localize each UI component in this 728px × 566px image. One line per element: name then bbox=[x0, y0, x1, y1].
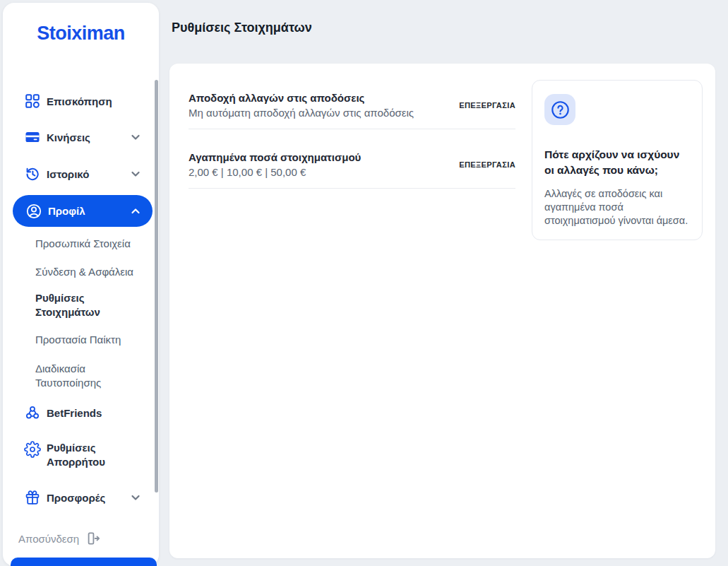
chevron-up-icon bbox=[130, 206, 141, 217]
gift-icon bbox=[24, 489, 41, 506]
question-mark-icon bbox=[551, 100, 570, 119]
chevron-down-icon bbox=[130, 492, 141, 503]
history-icon bbox=[24, 165, 41, 182]
help-card-body: Αλλαγές σε αποδόσεις και αγαπημένα ποσά … bbox=[544, 187, 690, 228]
sidebar-item-betfriends[interactable]: BetFriends bbox=[3, 403, 159, 423]
grid-icon bbox=[24, 93, 41, 110]
setting-subtitle: Μη αυτόματη αποδοχή αλλαγών στις αποδόσε… bbox=[189, 106, 459, 119]
sidebar-subitem-verification[interactable]: Διαδικασία Ταυτοποίησης bbox=[35, 362, 144, 390]
sidebar-bottom-banner bbox=[11, 558, 157, 566]
sidebar-item-profile[interactable]: Προφίλ bbox=[13, 195, 153, 227]
settings-list: Αποδοχή αλλαγών στις αποδόσεις Μη αυτόμα… bbox=[189, 70, 515, 189]
logout-label: Αποσύνδεση bbox=[18, 533, 79, 545]
betfriends-icon bbox=[24, 404, 41, 421]
logout-icon bbox=[85, 530, 102, 547]
sidebar-scrollbar[interactable] bbox=[155, 80, 158, 493]
sidebar-subitem-player-protection[interactable]: Προστασία Παίκτη bbox=[35, 333, 144, 347]
chevron-down-icon bbox=[130, 131, 141, 143]
sidebar-item-label: Ρυθμίσεις Απορρήτου bbox=[47, 441, 138, 469]
sidebar-item-history[interactable]: Ιστορικό bbox=[3, 164, 159, 184]
sidebar-item-overview[interactable]: Επισκόπηση bbox=[3, 91, 159, 111]
card-icon bbox=[24, 129, 41, 146]
setting-row-odds-changes: Αποδοχή αλλαγών στις αποδόσεις Μη αυτόμα… bbox=[189, 70, 515, 129]
sidebar-item-label: Επισκόπηση bbox=[47, 95, 112, 107]
sidebar-subitem-login-security[interactable]: Σύνδεση & Ασφάλεια bbox=[35, 265, 144, 279]
setting-subtitle: 2,00 € | 10,00 € | 50,00 € bbox=[189, 165, 459, 179]
sidebar-item-privacy-settings[interactable]: Ρυθμίσεις Απορρήτου bbox=[3, 441, 159, 461]
sidebar-item-label: Προσφορές bbox=[47, 492, 105, 504]
stoiximan-logo[interactable]: Stoiximan bbox=[3, 23, 159, 45]
page-title: Ρυθμίσεις Στοιχημάτων bbox=[172, 20, 312, 35]
setting-texts: Αγαπημένα ποσά στοιχηματισμού 2,00 € | 1… bbox=[189, 151, 459, 179]
edit-favorite-stakes-button[interactable]: ΕΠΕΞΕΡΓΑΣΙΑ bbox=[459, 158, 515, 172]
setting-row-favorite-stakes: Αγαπημένα ποσά στοιχηματισμού 2,00 € | 1… bbox=[189, 129, 515, 189]
setting-title: Αγαπημένα ποσά στοιχηματισμού bbox=[189, 151, 459, 164]
betting-settings-card: Αποδοχή αλλαγών στις αποδόσεις Μη αυτόμα… bbox=[169, 64, 715, 558]
sidebar-subitem-betting-settings[interactable]: Ρυθμίσεις Στοιχημάτων bbox=[35, 291, 144, 319]
sidebar: Stoiximan Επισκόπηση Κινήσεις bbox=[3, 3, 159, 566]
help-card: Πότε αρχίζουν να ισχύουν οι αλλαγές που … bbox=[532, 80, 703, 240]
sidebar-item-label: BetFriends bbox=[47, 407, 102, 419]
sidebar-item-transactions[interactable]: Κινήσεις bbox=[3, 127, 159, 147]
sidebar-item-offers[interactable]: Προσφορές bbox=[3, 488, 159, 507]
chevron-down-icon bbox=[130, 168, 141, 179]
gear-icon bbox=[24, 441, 41, 458]
sidebar-item-label: Προφίλ bbox=[48, 205, 85, 217]
logout-button[interactable]: Αποσύνδεση bbox=[18, 530, 102, 547]
sidebar-item-label: Ιστορικό bbox=[47, 168, 89, 180]
setting-texts: Αποδοχή αλλαγών στις αποδόσεις Μη αυτόμα… bbox=[189, 91, 459, 119]
help-icon-badge bbox=[544, 94, 575, 125]
edit-odds-changes-button[interactable]: ΕΠΕΞΕΡΓΑΣΙΑ bbox=[459, 98, 515, 112]
sidebar-subitem-personal-details[interactable]: Προσωπικά Στοιχεία bbox=[35, 237, 144, 251]
setting-title: Αποδοχή αλλαγών στις αποδόσεις bbox=[189, 91, 459, 105]
help-card-title: Πότε αρχίζουν να ισχύουν οι αλλαγές που … bbox=[544, 147, 690, 178]
sidebar-item-label: Κινήσεις bbox=[47, 131, 90, 143]
profile-icon bbox=[25, 203, 42, 220]
